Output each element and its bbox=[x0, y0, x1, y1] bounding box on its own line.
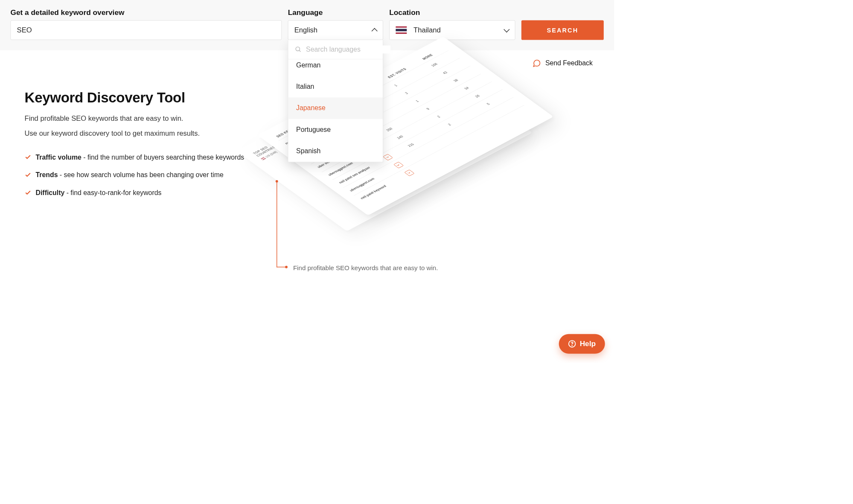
trend-icon bbox=[383, 154, 393, 160]
location-selected: Thailand bbox=[413, 26, 441, 34]
keyword-input[interactable] bbox=[10, 20, 282, 40]
callout-line bbox=[277, 181, 277, 268]
feature-item: Difficulty - find easy-to-rank-for keywo… bbox=[25, 188, 265, 198]
hero-paragraph: Find profitable SEO keywords that are ea… bbox=[25, 114, 265, 122]
feature-text: - find the number of buyers searching th… bbox=[82, 153, 244, 161]
language-option[interactable]: Japanese bbox=[288, 97, 383, 119]
check-icon bbox=[25, 172, 32, 178]
language-option[interactable]: Italian bbox=[288, 76, 383, 97]
hero-copy: Keyword Discovery Tool Find profitable S… bbox=[25, 89, 265, 261]
flag-thailand-icon bbox=[396, 26, 407, 34]
language-dropdown[interactable]: English bbox=[288, 20, 383, 40]
chevron-down-icon bbox=[504, 26, 509, 32]
feedback-label: Send Feedback bbox=[545, 59, 593, 67]
hero-paragraph: Use our keyword discovery tool to get ma… bbox=[25, 129, 265, 137]
location-label: Location bbox=[389, 8, 515, 17]
chevron-up-icon bbox=[372, 28, 378, 34]
trend-icon bbox=[393, 162, 404, 168]
language-dropdown-panel: German Italian Japanese Portuguese Spani… bbox=[288, 40, 383, 163]
check-icon bbox=[25, 189, 32, 196]
trend-icon bbox=[404, 169, 414, 176]
speech-bubble-icon bbox=[533, 59, 541, 67]
language-search-row bbox=[288, 40, 383, 59]
language-option[interactable]: German bbox=[288, 59, 383, 76]
feature-item: Traffic volume - find the number of buye… bbox=[25, 152, 265, 162]
callout-caption: Find profitable SEO keywords that are ea… bbox=[293, 264, 438, 271]
language-search-input[interactable] bbox=[306, 46, 390, 54]
language-option[interactable]: Spanish bbox=[288, 140, 383, 162]
feature-text: - find easy-to-rank-for keywords bbox=[64, 189, 161, 197]
search-icon bbox=[295, 46, 302, 53]
location-field-group: Location Thailand bbox=[389, 8, 515, 40]
language-selected: English bbox=[294, 26, 317, 34]
svg-point-0 bbox=[296, 47, 300, 51]
language-label: Language bbox=[288, 8, 383, 17]
language-option[interactable]: Portuguese bbox=[288, 119, 383, 140]
keyword-label: Get a detailed keyword overview bbox=[10, 8, 282, 17]
feature-text: - see how search volume has been changin… bbox=[58, 171, 223, 179]
keyword-search-bar: Get a detailed keyword overview Language… bbox=[0, 0, 614, 50]
help-icon bbox=[568, 340, 576, 348]
svg-point-3 bbox=[572, 345, 572, 346]
language-options: German Italian Japanese Portuguese Spani… bbox=[288, 59, 383, 162]
search-button[interactable]: SEARCH bbox=[521, 20, 604, 40]
feature-list: Traffic volume - find the number of buye… bbox=[25, 152, 265, 198]
help-button[interactable]: Help bbox=[559, 334, 605, 354]
feature-item: Trends - see how search volume has been … bbox=[25, 170, 265, 180]
feature-bold: Traffic volume bbox=[36, 153, 82, 161]
feature-bold: Trends bbox=[36, 171, 58, 179]
help-label: Help bbox=[580, 340, 596, 348]
location-dropdown[interactable]: Thailand bbox=[389, 20, 515, 40]
hero-title: Keyword Discovery Tool bbox=[25, 89, 265, 106]
check-icon bbox=[25, 154, 32, 160]
feature-bold: Difficulty bbox=[36, 189, 65, 197]
language-field-group: Language English German Italian Japanese… bbox=[288, 8, 383, 40]
svg-line-1 bbox=[299, 50, 300, 52]
keyword-field-group: Get a detailed keyword overview bbox=[10, 8, 282, 40]
